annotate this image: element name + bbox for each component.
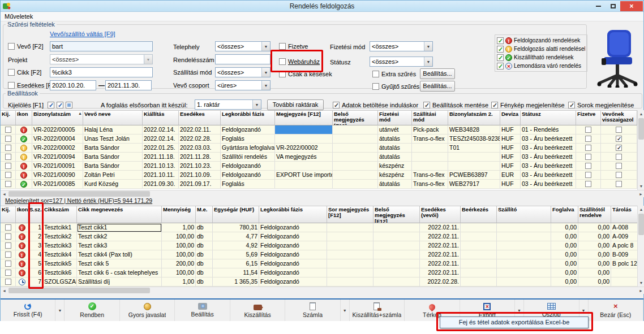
toolbar-ship-button[interactable]: Kiszállítás [230,300,285,321]
cell-biz2[interactable] [448,153,500,162]
order-row[interactable]: VR-2022/00005Halaj Léna2022.02.14.2022.0… [1,125,637,135]
cell-kij[interactable] [1,153,16,162]
adatok-betoltese-checkbox[interactable]: Adatok betöltése induláskor [333,102,418,109]
cell-ssz[interactable]: 2 [28,232,43,241]
cell-biz[interactable]: VR-2022/00005 [32,125,83,135]
column-header-belso[interactable]: Belső megjegyzés [F12] [373,206,420,223]
csak-a-kesesek-checkbox[interactable]: Csak a késések [279,71,332,77]
column-header-icon[interactable]: Ikon [16,111,32,125]
cell-me[interactable]: db [196,232,213,241]
cell-fogl[interactable]: 0,00 [551,223,578,232]
cell-szallmod[interactable] [412,153,448,162]
toolbar-ok-button[interactable]: Rendben [65,300,119,321]
cell-menny[interactable]: 100,00 [162,268,196,277]
cell-cikkszam[interactable]: Tesztcikk6 [43,268,77,277]
cell-belso[interactable] [333,171,378,180]
cell-kiall[interactable]: 2022.02.14. [143,125,179,135]
cell-esed[interactable]: 2021.10.23. [179,162,221,171]
row-checkbox[interactable] [585,127,591,133]
cell-megj[interactable]: EXPORT Use importer [275,171,333,180]
webaruhaz-checkbox[interactable]: Webáruház [279,58,320,65]
legend-checkbox[interactable] [497,63,504,70]
cell-esed[interactable]: 2021.11.28. [179,153,221,162]
cell-ssz[interactable]: 1 [28,223,43,232]
column-header-kiall[interactable]: Kiállítás [143,111,179,125]
cell-vevo[interactable]: Halaj Léna [83,125,143,135]
esedekes-from-input[interactable]: 2020.10.20. [50,80,96,90]
cell-vevo[interactable]: Unas Teszt Jolán [83,135,143,144]
item-row[interactable]: 1Tesztcikk1Teszt cikk11,00db780,31Feldol… [1,223,637,232]
cell-esed[interactable]: 2022.02.11. [420,223,461,232]
scroll-left-icon[interactable]: ◄ [1,287,8,294]
row-checkbox[interactable] [585,181,591,187]
cell-rend[interactable]: 0,00 [578,232,611,241]
column-header-fogl[interactable]: Foglalva [551,206,578,223]
tovabbi-raktarak-button[interactable]: További raktárak [267,99,324,110]
cell-sormegj[interactable] [327,268,373,277]
cell-deviza[interactable]: EUR [500,171,521,180]
cell-ar[interactable]: 11,54 [213,268,259,277]
row-checkbox[interactable] [5,224,11,231]
row-checkbox[interactable] [5,127,11,133]
statusz-select[interactable]: <összes>▼ [370,57,433,67]
rendelesszam-input[interactable] [215,54,271,64]
cell-icon[interactable] [16,162,32,171]
cell-biz2[interactable]: PCWEB63897 [448,171,500,180]
cell-vevo[interactable]: Kurd Község [83,180,143,189]
cell-szallmod[interactable] [412,144,448,153]
cell-beerk[interactable] [461,259,497,268]
cell-esed[interactable]: 2022.02.28. [179,135,221,144]
toolbar-settings-button[interactable]: Beállítás [175,300,230,321]
cell-beerk[interactable] [461,223,497,232]
select-invert-checkbox[interactable] [66,102,72,109]
toolbar-close-button[interactable]: Bezár (Esc) [589,300,643,321]
row-checkbox[interactable] [5,154,11,160]
cell-szallmod[interactable]: Trans-o-flex [412,180,448,189]
cell-fazis[interactable]: Feldolgozandó [221,171,275,180]
cell-esed[interactable]: 2022.03.03. [179,144,221,153]
cell-fizmod[interactable]: utánvét [378,125,412,135]
item-row[interactable]: 2Tesztcikk2Teszt cikk2100,00db4,77Feldol… [1,232,637,241]
cell-kij[interactable] [1,125,16,135]
cell-deviza[interactable]: HUF [500,180,521,189]
cell-menny[interactable]: 100,00 [162,232,196,241]
cell-me[interactable]: db [196,241,213,250]
scroll-left-icon[interactable]: ◄ [1,190,8,197]
cell-kiall[interactable]: 2022.01.25. [143,144,179,153]
cell-belso[interactable] [373,223,420,232]
column-header-belso[interactable]: Belső megjegyzés [F12] [333,111,378,125]
cell-beerk[interactable] [461,277,497,287]
cell-biz[interactable]: VR-2022/00004 [32,135,83,144]
cikk-filter-checkbox[interactable]: Cikk [F2] [8,69,41,76]
cell-szallito[interactable] [497,241,551,250]
cell-fizmod[interactable]: készpénz [378,171,412,180]
cell-szallito[interactable] [497,259,551,268]
cell-szallmod[interactable]: Pick-pack [412,125,448,135]
cell-fazis[interactable]: Feldolgozandó [221,162,275,171]
cell-nev[interactable]: Teszt cikk2 [77,232,162,241]
cell-kij[interactable] [1,162,16,171]
cell-kiall[interactable]: 2021.11.18. [143,153,179,162]
cell-fazis[interactable]: Feldolgozandó [259,268,327,277]
vevo-filter-checkbox[interactable]: Vevő [F2] [8,43,43,50]
column-header-szallmod[interactable]: Szállítási mód [412,111,448,125]
column-header-ssz[interactable]: S.sz. [28,206,43,223]
cell-fazis[interactable]: Feldolgozandó [259,241,327,250]
column-header-megj[interactable]: Megjegyzés [F12] [275,111,333,125]
cell-vevo[interactable]: Barta Sándor [83,162,143,171]
cell-kij[interactable] [1,232,16,241]
cell-esed[interactable]: 2022.02.28. [420,277,461,287]
column-header-rend[interactable]: Szállítótól rendelve [578,206,611,223]
vevo-csoport-select[interactable]: <üres>▼ [215,80,271,90]
cell-tarolas[interactable] [611,268,637,277]
cell-fogl[interactable]: 0,00 [551,232,578,241]
cell-vevo[interactable]: Barta Sándor [83,144,143,153]
cell-visszaig[interactable] [601,144,637,153]
cell-statusz[interactable]: 01 - Rendelés [521,125,576,135]
cell-icon[interactable] [16,125,32,135]
order-row[interactable]: VR-2021/00091Barta Sándor2021.10.13.2021… [1,162,637,171]
row-checkbox[interactable] [5,136,11,142]
cell-szallito[interactable] [497,277,551,287]
cell-rend[interactable]: 0,00 [578,241,611,250]
item-row[interactable]: 5Tesztcikk5Teszt cikk 5200,00db6,15Feldo… [1,259,637,268]
